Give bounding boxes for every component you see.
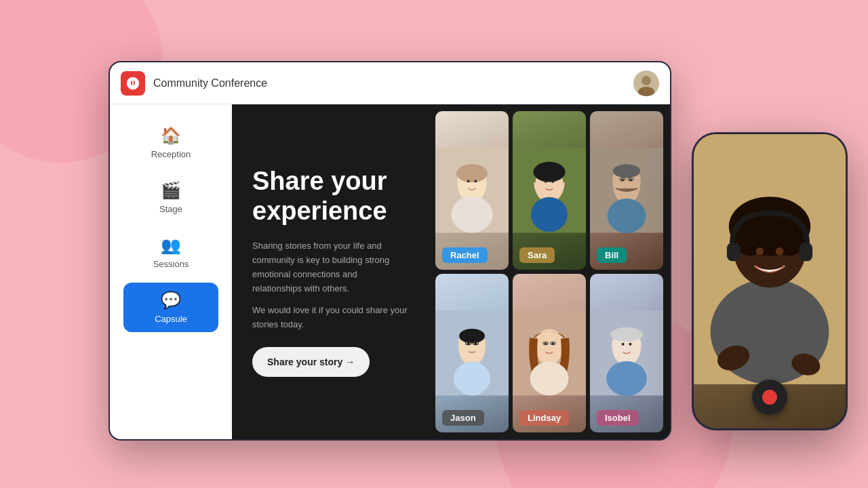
svg-point-1 bbox=[642, 76, 651, 85]
phone-controls bbox=[694, 380, 846, 415]
sidebar-label-capsule: Capsule bbox=[155, 314, 187, 324]
svg-point-33 bbox=[530, 361, 569, 395]
name-badge-lindsay: Lindsay bbox=[519, 410, 569, 426]
description-2: We would love it if you could share your… bbox=[252, 304, 408, 332]
sidebar-item-capsule[interactable]: 💬 Capsule bbox=[123, 283, 218, 332]
name-badge-bill: Bill bbox=[597, 247, 627, 263]
sidebar-label-stage: Stage bbox=[159, 204, 182, 214]
record-stop-button[interactable] bbox=[752, 380, 787, 415]
user-avatar[interactable] bbox=[633, 70, 659, 96]
svg-point-17 bbox=[613, 164, 641, 178]
browser-title: Community Conference bbox=[153, 77, 625, 89]
sidebar-item-stage[interactable]: 🎬 Stage bbox=[123, 173, 218, 222]
avatar-jason bbox=[435, 274, 509, 432]
avatar-bill bbox=[590, 111, 663, 270]
svg-point-41 bbox=[606, 361, 646, 396]
name-badge-isobel: Isobel bbox=[597, 410, 639, 426]
app-logo bbox=[121, 71, 145, 96]
avatar-lindsay bbox=[513, 274, 586, 432]
svg-point-53 bbox=[756, 247, 764, 256]
share-story-button[interactable]: Share your story → bbox=[252, 347, 370, 377]
svg-point-19 bbox=[621, 179, 624, 182]
avatar-sara bbox=[513, 111, 586, 270]
browser-chrome: Community Conference bbox=[110, 62, 670, 104]
svg-point-20 bbox=[629, 179, 632, 182]
svg-point-7 bbox=[467, 180, 470, 182]
svg-point-13 bbox=[545, 180, 547, 183]
svg-point-12 bbox=[531, 197, 568, 232]
svg-point-42 bbox=[622, 343, 625, 346]
svg-point-8 bbox=[474, 180, 477, 182]
camera-icon: 🎬 bbox=[161, 181, 181, 200]
svg-point-43 bbox=[629, 343, 631, 346]
sidebar-label-sessions: Sessions bbox=[153, 259, 189, 269]
svg-point-14 bbox=[551, 180, 554, 183]
video-cell-bill: Bill bbox=[590, 111, 663, 270]
description-1: Sharing stories from your life and commu… bbox=[252, 239, 408, 296]
svg-point-6 bbox=[452, 196, 493, 232]
phone-video-area bbox=[694, 134, 846, 428]
svg-rect-51 bbox=[727, 243, 740, 261]
avatar-rachel bbox=[435, 111, 509, 270]
left-panel: Share your experience Sharing stories fr… bbox=[232, 104, 429, 439]
svg-point-40 bbox=[610, 327, 642, 342]
sidebar-item-sessions[interactable]: 👥 Sessions bbox=[123, 228, 218, 277]
main-area: Share your experience Sharing stories fr… bbox=[232, 104, 670, 439]
svg-point-11 bbox=[533, 162, 565, 182]
name-badge-jason: Jason bbox=[442, 410, 484, 426]
svg-point-26 bbox=[454, 361, 490, 395]
phone-frame bbox=[692, 132, 848, 430]
sidebar: 🏠 Reception 🎬 Stage 👥 Sessions 💬 Capsule bbox=[110, 104, 232, 439]
name-badge-rachel: Rachel bbox=[442, 247, 488, 263]
video-cell-jason: Jason bbox=[435, 274, 509, 432]
svg-point-18 bbox=[608, 199, 646, 233]
app-content: 🏠 Reception 🎬 Stage 👥 Sessions 💬 Capsule… bbox=[110, 104, 670, 439]
phone-person-avatar bbox=[694, 134, 846, 384]
home-icon: 🏠 bbox=[161, 126, 181, 145]
video-cell-isobel: Isobel bbox=[590, 274, 663, 432]
video-cell-lindsay: Lindsay bbox=[513, 274, 586, 432]
sidebar-item-reception[interactable]: 🏠 Reception bbox=[123, 118, 218, 167]
people-icon: 👥 bbox=[161, 236, 181, 255]
laptop-frame: Community Conference 🏠 Reception 🎬 Stage… bbox=[108, 61, 671, 441]
svg-point-5 bbox=[456, 164, 488, 182]
capsule-icon: 💬 bbox=[161, 291, 181, 310]
name-badge-sara: Sara bbox=[519, 247, 555, 263]
svg-rect-52 bbox=[800, 243, 812, 261]
sidebar-label-reception: Reception bbox=[151, 149, 191, 159]
video-cell-sara: Sara bbox=[513, 111, 586, 270]
video-grid: Rachel bbox=[429, 104, 670, 439]
svg-point-25 bbox=[459, 329, 485, 344]
main-heading: Share your experience bbox=[252, 167, 408, 226]
video-cell-rachel: Rachel bbox=[435, 111, 509, 270]
record-dot-icon bbox=[762, 390, 777, 405]
avatar-isobel bbox=[590, 274, 663, 432]
svg-point-54 bbox=[776, 247, 784, 256]
